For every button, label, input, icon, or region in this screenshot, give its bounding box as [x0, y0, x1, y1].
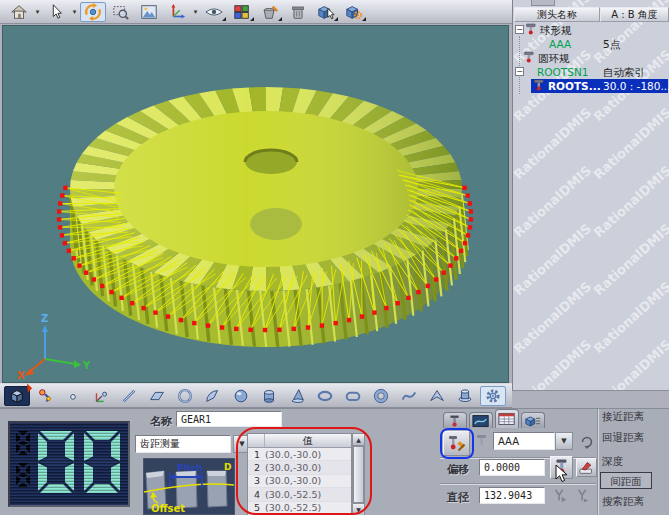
zoom-window-button[interactable] [108, 2, 134, 22]
tree-row[interactable]: 圆环规 [513, 51, 669, 65]
approach-distance-label: 接近距离 [602, 410, 644, 424]
report-tab[interactable] [521, 412, 545, 428]
tree-item-label[interactable]: ROOTS... [548, 80, 601, 92]
value-list-row[interactable]: 2(30.0,-30.0) [248, 461, 351, 474]
tree-expander-icon[interactable]: − [515, 25, 524, 34]
probe-hammer-button[interactable] [443, 431, 470, 456]
axes-button[interactable] [164, 2, 190, 22]
probe-icon [533, 79, 546, 92]
value-list-scrollbar[interactable]: ▲ ▼ [352, 433, 365, 515]
fit-view-button[interactable] [136, 2, 162, 22]
value-list-row[interactable]: 1(30.0,-30.0) [248, 448, 351, 461]
step-cylinder-button[interactable] [452, 386, 478, 406]
view-eye-button[interactable] [201, 2, 227, 22]
probe-robot-button[interactable] [32, 386, 58, 406]
rotate-view-button[interactable] [80, 2, 106, 22]
value-list-row[interactable]: 5(30.0,-52.5) [248, 502, 351, 515]
pick-cube-button[interactable] [313, 2, 339, 22]
render-tools-button[interactable] [257, 2, 283, 22]
pitch-label: Pitch [177, 463, 203, 473]
scrollbar-thumb[interactable] [353, 446, 364, 503]
point-button[interactable] [60, 386, 86, 406]
curve-button[interactable] [396, 386, 422, 406]
wedge-button[interactable] [424, 386, 450, 406]
sphere-button[interactable] [228, 386, 254, 406]
tree-header: 测头名称 A : B 角度 [514, 7, 669, 22]
flyout-corner-icon [362, 17, 366, 21]
delete-button[interactable] [285, 2, 311, 22]
slot-button[interactable] [340, 386, 366, 406]
probe-tree-rows: −球形规AAA5点圆环规−ROOTSN1自动索引ROOTS...30.0 : -… [513, 23, 669, 93]
scroll-down-icon[interactable]: ▼ [353, 503, 364, 515]
line-button[interactable] [116, 386, 142, 406]
probe-select[interactable]: AAA [493, 432, 555, 450]
row-index: 2 [248, 462, 260, 473]
probe-select-dropdown-arrow[interactable]: ▼ [555, 432, 573, 450]
spacing-face-button[interactable]: 间距面 [600, 472, 652, 489]
3d-viewport[interactable]: ZYX [2, 25, 509, 383]
probe-hammer-icon [446, 434, 468, 454]
point-icon [63, 387, 83, 405]
ellipse-button[interactable] [312, 386, 338, 406]
cone-button[interactable] [284, 386, 310, 406]
tree-row[interactable]: −ROOTSN1自动索引 [513, 65, 669, 79]
probe-icon [525, 23, 538, 36]
table-tab[interactable] [495, 409, 519, 428]
flyout-corner-icon [250, 17, 254, 21]
tree-item-label[interactable]: 球形规 [540, 24, 572, 38]
refresh-button[interactable] [577, 432, 596, 451]
diameter-input[interactable]: 132.9043 [479, 487, 545, 504]
cylinder-button[interactable] [256, 386, 282, 406]
tree-header-probe-name[interactable]: 测头名称 [514, 7, 600, 22]
home-dropdown-caret[interactable]: ▾ [33, 3, 42, 21]
select-cursor-button[interactable] [43, 2, 69, 22]
probe-tab[interactable] [443, 412, 467, 428]
gear-model[interactable]: ZYX [3, 26, 508, 382]
counter-display [8, 421, 130, 507]
flyout-corner-icon [278, 17, 282, 21]
svg-text:X: X [17, 370, 25, 381]
home-icon [9, 3, 29, 21]
color-palette-button[interactable] [229, 2, 255, 22]
gear-button[interactable] [480, 386, 506, 406]
value-list-row[interactable]: 3(30.0,-30.0) [248, 475, 351, 488]
graphics-tab[interactable] [469, 412, 493, 428]
offset-label: Offset [151, 503, 185, 514]
arc-button[interactable] [200, 386, 226, 406]
tree-row[interactable]: −球形规 [513, 23, 669, 37]
offset-input[interactable]: 0.0000 [479, 459, 545, 476]
panel-fragment [531, 0, 555, 6]
axes-dropdown-caret[interactable]: ▾ [191, 3, 200, 21]
tree-header-ab-angle[interactable]: A : B 角度 [600, 7, 669, 22]
tree-item-value: 自动索引 [603, 66, 645, 80]
cone-icon [287, 387, 307, 405]
circular-arrow-icon [579, 434, 595, 450]
edit-button[interactable] [576, 458, 597, 477]
value-list-value-column[interactable]: 值 [265, 434, 351, 447]
tree-expander-icon[interactable]: − [515, 67, 524, 76]
tree-item-label[interactable]: AAA [549, 38, 571, 50]
axis-point-button[interactable] [88, 386, 114, 406]
name-input[interactable]: GEAR1 [176, 411, 282, 427]
search-distance-label: 搜索距离 [602, 495, 644, 509]
home-button[interactable] [6, 2, 32, 22]
measure-mode-select[interactable]: 齿距测量 [135, 435, 231, 453]
torus-button[interactable] [368, 386, 394, 406]
tree-item-label[interactable]: 圆环规 [538, 52, 570, 66]
value-list-row[interactable]: 4(30.0,-52.5) [248, 488, 351, 501]
tree-item-label[interactable]: ROOTSN1 [537, 66, 588, 78]
settings-cube-button[interactable] [341, 2, 367, 22]
mouse-cursor [555, 464, 571, 484]
svg-text:Y: Y [82, 360, 91, 371]
cube-view-button[interactable] [4, 386, 30, 406]
select-cursor-dropdown-caret[interactable]: ▾ [70, 3, 79, 21]
scroll-up-icon[interactable]: ▲ [353, 434, 364, 446]
tree-row[interactable]: ROOTS...30.0 : -180... [513, 79, 669, 93]
plane-button[interactable] [144, 386, 170, 406]
row-value: (30.0,-52.5) [265, 502, 321, 513]
render-tools-icon [260, 3, 280, 21]
value-list-header[interactable]: 值 [248, 434, 351, 448]
row-index: 3 [248, 475, 260, 486]
circle-button[interactable] [172, 386, 198, 406]
tree-row[interactable]: AAA5点 [513, 37, 669, 51]
